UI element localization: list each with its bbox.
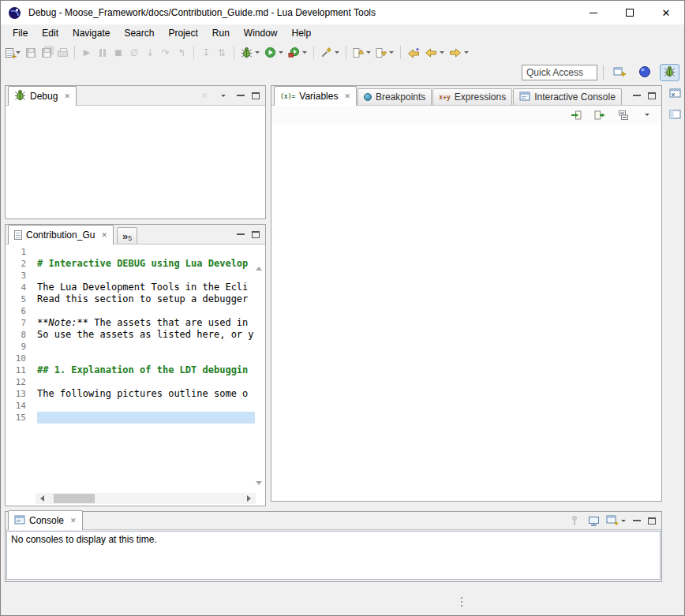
menu-run[interactable]: Run: [205, 25, 237, 41]
run-button[interactable]: [262, 44, 286, 62]
dropdown-arrow-icon[interactable]: [335, 51, 339, 54]
tab-debug[interactable]: Debug: [8, 86, 77, 106]
quick-access-input[interactable]: [522, 65, 597, 80]
debug-perspective-button[interactable]: [660, 64, 679, 81]
minimize-view-icon[interactable]: [633, 95, 641, 96]
scroll-right-icon[interactable]: [247, 495, 251, 502]
editor-line[interactable]: 8So use the assets as listed here, or y: [6, 329, 255, 341]
editor-line[interactable]: 13The following pictures outline some o: [6, 388, 255, 400]
line-number: 13: [6, 388, 28, 400]
line-text: [28, 376, 37, 388]
dropdown-arrow-icon[interactable]: [621, 520, 626, 522]
editor-line[interactable]: 1: [6, 246, 255, 258]
editor-line[interactable]: 6: [6, 305, 255, 317]
run-external-tools-button[interactable]: [286, 44, 309, 62]
scrollbar-track[interactable]: [49, 493, 242, 504]
editor-line[interactable]: 5Read this section to setup a debugger: [6, 293, 255, 305]
show-type-names-button[interactable]: [592, 106, 608, 124]
editor-line[interactable]: 2# Interactive DEBUG using Lua Develop: [6, 258, 255, 270]
menu-project[interactable]: Project: [161, 25, 204, 41]
back-button[interactable]: [422, 44, 447, 62]
maximize-view-icon[interactable]: [252, 92, 260, 99]
splitter-grip[interactable]: [461, 597, 462, 599]
minimize-button[interactable]: [575, 1, 612, 24]
last-edit-location-button[interactable]: [405, 44, 422, 62]
maximize-button[interactable]: [612, 1, 648, 24]
tab-variables[interactable]: (x)= Variables: [274, 86, 357, 106]
view-menu-button[interactable]: [639, 106, 655, 124]
maximize-view-icon[interactable]: [648, 517, 656, 525]
restore-view-stack-icon[interactable]: [669, 88, 682, 101]
debug-button[interactable]: [238, 44, 262, 62]
maximize-view-icon[interactable]: [252, 231, 260, 238]
dropdown-arrow-icon[interactable]: [255, 51, 260, 54]
display-selected-console-button[interactable]: [587, 512, 600, 529]
editor-line[interactable]: 7**Note:** The assets that are used in: [6, 317, 255, 329]
close-button[interactable]: [648, 1, 684, 24]
line-text: [28, 412, 37, 424]
editor-line[interactable]: 4The Lua Development Tools in the Ecli: [6, 282, 255, 293]
console-view-content: No consoles to display at this time.: [6, 529, 661, 581]
window-controls: [575, 1, 684, 24]
view-menu-button[interactable]: [217, 87, 230, 104]
console-output-area[interactable]: No consoles to display at this time.: [6, 531, 661, 580]
editor-line[interactable]: 10: [6, 353, 255, 364]
editor-line[interactable]: 15: [6, 412, 255, 424]
close-tab-icon[interactable]: [70, 517, 77, 525]
menu-edit[interactable]: Edit: [35, 25, 66, 41]
lua-perspective-button[interactable]: [634, 64, 654, 81]
editor-line[interactable]: 11## 1. Explanation of the LDT debuggin: [6, 364, 255, 376]
scroll-up-icon[interactable]: [256, 267, 262, 271]
next-annotation-button[interactable]: [373, 44, 396, 62]
menu-window[interactable]: Window: [237, 25, 285, 41]
minimize-view-icon[interactable]: [633, 520, 641, 521]
editor-line[interactable]: 3: [6, 270, 255, 282]
dropdown-arrow-icon[interactable]: [389, 51, 394, 54]
collapse-all-button[interactable]: [616, 106, 631, 124]
tab-breakpoints[interactable]: Breakpoints: [357, 88, 432, 105]
toolbar-separator: [234, 46, 234, 59]
minimized-view-icon[interactable]: [669, 110, 682, 122]
dropdown-arrow-icon[interactable]: [366, 51, 371, 54]
editor-line[interactable]: 9: [6, 341, 255, 353]
tab-console[interactable]: Console: [8, 510, 83, 530]
debug-view-panel: Debug ✕: [5, 85, 266, 219]
resume-icon: ▶: [84, 48, 90, 57]
dropdown-arrow-icon[interactable]: [440, 51, 444, 54]
close-tab-icon[interactable]: [64, 92, 70, 100]
close-tab-icon[interactable]: [101, 231, 107, 239]
tab-interactive-console[interactable]: Interactive Console: [513, 88, 622, 105]
scroll-down-icon[interactable]: [256, 481, 262, 485]
tab-contribution-guide[interactable]: Contribution_Gu: [8, 225, 114, 245]
open-search-button[interactable]: [318, 44, 342, 62]
menu-navigate[interactable]: Navigate: [66, 25, 117, 41]
hidden-editors-chevron[interactable]: » 5: [117, 227, 137, 244]
disconnect-button: ∅: [126, 44, 142, 62]
scroll-left-icon[interactable]: [40, 495, 44, 502]
new-button[interactable]: [3, 44, 23, 62]
open-console-button[interactable]: [606, 512, 626, 529]
dropdown-arrow-icon[interactable]: [302, 51, 307, 54]
editor-content[interactable]: 12# Interactive DEBUG using Lua Develop3…: [6, 244, 265, 506]
editor-line[interactable]: 14: [6, 400, 255, 412]
scrollbar-thumb[interactable]: [54, 494, 95, 503]
show-logical-structures-button[interactable]: [568, 106, 584, 124]
close-tab-icon[interactable]: [344, 92, 350, 100]
editor-line[interactable]: 12: [6, 376, 255, 388]
tab-expressions[interactable]: x+y Expressions: [432, 88, 512, 105]
previous-annotation-button[interactable]: [350, 44, 373, 62]
line-number: 8: [6, 329, 28, 341]
minimize-view-icon[interactable]: [237, 233, 245, 235]
open-perspective-button[interactable]: [609, 64, 629, 81]
use-step-filters-button: ⇅: [214, 44, 230, 62]
minimize-view-icon[interactable]: [237, 95, 245, 96]
horizontal-scrollbar[interactable]: [36, 493, 256, 504]
forward-button[interactable]: [447, 44, 471, 62]
menu-search[interactable]: Search: [117, 25, 161, 41]
maximize-view-icon[interactable]: [648, 92, 656, 99]
dropdown-arrow-icon[interactable]: [279, 51, 283, 54]
menu-help[interactable]: Help: [285, 25, 319, 41]
dropdown-arrow-icon[interactable]: [464, 51, 469, 54]
menu-file[interactable]: File: [6, 25, 35, 41]
remove-all-terminated-button: ✕: [198, 87, 211, 104]
